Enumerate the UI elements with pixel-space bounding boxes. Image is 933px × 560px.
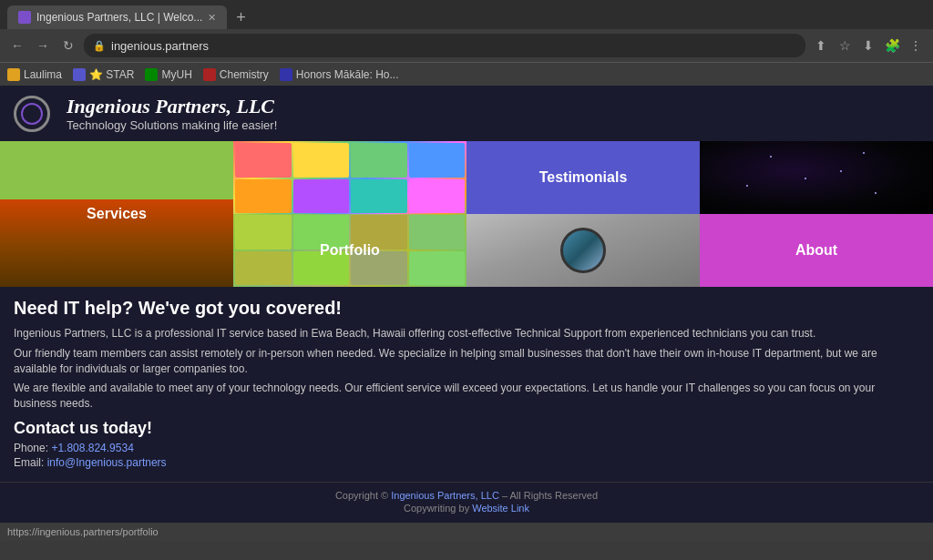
phone-link[interactable]: +1.808.824.9534: [51, 442, 133, 454]
sg-cell-7: [351, 179, 407, 214]
bookmark-star[interactable]: ⭐ STAR: [73, 68, 134, 81]
content-headline: Need IT help? We've got you covered!: [14, 298, 919, 319]
tab-bar: Ingenious Partners, LLC | Welco... ✕ +: [0, 0, 933, 29]
contact-phone-line: Phone: +1.808.824.9534: [14, 442, 919, 454]
tab-close-button[interactable]: ✕: [208, 12, 216, 24]
site-header: Ingenious Partners, LLC Technology Solut…: [0, 86, 933, 141]
services-cell[interactable]: Services: [0, 141, 233, 287]
sg-cell-4: [409, 143, 466, 178]
nav-bar: ← → ↻ 🔒 ingenious.partners ⬆ ☆ ⬇ 🧩 ⋮: [0, 29, 933, 62]
content-para3: We are flexible and available to meet an…: [14, 381, 919, 412]
star-5: [863, 152, 865, 154]
bookmark-button[interactable]: ☆: [835, 36, 855, 56]
contact-title: Contact us today!: [14, 419, 919, 438]
bookmarks-bar: Laulima ⭐ STAR MyUH Chemistry Honors Māk…: [0, 62, 933, 86]
forward-button[interactable]: →: [33, 36, 53, 56]
bookmark-chemistry[interactable]: Chemistry: [203, 68, 269, 81]
contact-email-line: Email: info@Ingenious.partners: [14, 456, 919, 469]
content-para1: Ingenious Partners, LLC is a professiona…: [14, 326, 919, 341]
sg-cell-6: [293, 179, 350, 214]
about-label[interactable]: About: [700, 214, 933, 287]
footer-copyright: Copyright © Ingenious Partners, LLC – Al…: [7, 490, 926, 501]
bookmark-myuh[interactable]: MyUH: [145, 68, 191, 81]
stained-glass-cell: Portfolio: [233, 141, 466, 287]
about-cell[interactable]: About: [700, 214, 933, 287]
share-button[interactable]: ⬆: [811, 36, 831, 56]
bookmark-honors-icon: [280, 68, 292, 81]
new-tab-button[interactable]: +: [231, 8, 251, 27]
menu-button[interactable]: ⋮: [906, 36, 926, 56]
bookmark-chemistry-label: Chemistry: [220, 68, 269, 81]
bookmark-myuh-icon: [145, 68, 158, 81]
email-label: Email:: [14, 456, 44, 469]
star-3: [746, 185, 748, 187]
footer-copyright-text: Copyright ©: [335, 490, 391, 501]
site-logo: [14, 96, 50, 132]
logo-outer-circle: [14, 96, 50, 132]
nav-actions: ⬆ ☆ ⬇ 🧩 ⋮: [811, 36, 926, 56]
portfolio-cell[interactable]: Portfolio: [233, 214, 466, 287]
star-4: [875, 192, 877, 194]
galaxy-sim: [700, 141, 933, 214]
testimonials-cell[interactable]: Testimonials: [466, 141, 700, 214]
bookmark-star-icon: [73, 68, 86, 81]
download-button[interactable]: ⬇: [858, 36, 878, 56]
status-bar: https://ingenious.partners/portfolio: [0, 523, 933, 541]
contact-section: Contact us today! Phone: +1.808.824.9534…: [14, 419, 919, 469]
site-footer: Copyright © Ingenious Partners, LLC – Al…: [0, 482, 933, 523]
bookmark-honors-label: Honors Mākāle: Ho...: [296, 68, 399, 81]
active-tab[interactable]: Ingenious Partners, LLC | Welco... ✕: [7, 5, 227, 29]
star-6: [805, 178, 806, 179]
sg-cell-5: [235, 179, 292, 214]
services-label[interactable]: Services: [0, 141, 233, 287]
star-1: [770, 156, 772, 158]
sg-cell-1: [235, 143, 292, 178]
footer-copywriting: Copywriting by Website Link: [7, 503, 926, 514]
extensions-button[interactable]: 🧩: [882, 36, 902, 56]
portfolio-label[interactable]: Portfolio: [320, 242, 380, 259]
reload-button[interactable]: ↻: [58, 36, 78, 56]
testimonials-label[interactable]: Testimonials: [466, 141, 700, 214]
site-title-block: Ingenious Partners, LLC Technology Solut…: [67, 95, 277, 132]
bookmark-laulima-icon: [7, 68, 20, 81]
footer-copywriting-link[interactable]: Website Link: [472, 503, 529, 514]
tab-title: Ingenious Partners, LLC | Welco...: [36, 11, 202, 24]
hand-globe-cell: [466, 214, 700, 287]
logo-inner-circle: [21, 103, 43, 125]
sg-cell-3: [351, 143, 407, 178]
email-link[interactable]: info@Ingenious.partners: [47, 456, 167, 469]
hand-sim: [466, 214, 700, 287]
bookmark-honors[interactable]: Honors Mākāle: Ho...: [280, 68, 399, 81]
phone-label: Phone:: [14, 442, 48, 454]
content-area: Need IT help? We've got you covered! Ing…: [0, 287, 933, 482]
bookmark-myuh-label: MyUH: [161, 68, 191, 81]
footer-copywriting-label: Copywriting by: [404, 503, 472, 514]
back-button[interactable]: ←: [7, 36, 27, 56]
status-url: https://ingenious.partners/portfolio: [7, 526, 159, 537]
site-subtitle: Technology Solutions making life easier!: [67, 118, 277, 132]
tab-favicon: [18, 11, 31, 24]
galaxy-cell: [700, 141, 933, 214]
sg-cell-2: [293, 143, 350, 178]
browser-chrome: Ingenious Partners, LLC | Welco... ✕ + ←…: [0, 0, 933, 86]
bookmark-laulima[interactable]: Laulima: [7, 68, 62, 81]
address-bar[interactable]: 🔒 ingenious.partners: [84, 34, 805, 57]
sg-cell-8: [409, 179, 466, 214]
url-text: ingenious.partners: [111, 39, 209, 53]
lock-icon: 🔒: [93, 40, 106, 52]
bookmark-chemistry-icon: [203, 68, 216, 81]
grid-nav-section: Services: [0, 141, 933, 287]
globe-circle: [560, 228, 606, 273]
footer-company-link[interactable]: Ingenious Partners, LLC: [391, 490, 499, 501]
content-para2: Our friendly team members can assist rem…: [14, 346, 919, 377]
footer-rights-text: – All Rights Reserved: [502, 490, 598, 501]
site-title: Ingenious Partners, LLC: [67, 95, 277, 118]
website-content: Ingenious Partners, LLC Technology Solut…: [0, 86, 933, 523]
star-2: [840, 170, 842, 172]
bookmark-star-label: ⭐ STAR: [89, 68, 134, 81]
bookmark-laulima-label: Laulima: [24, 68, 62, 81]
